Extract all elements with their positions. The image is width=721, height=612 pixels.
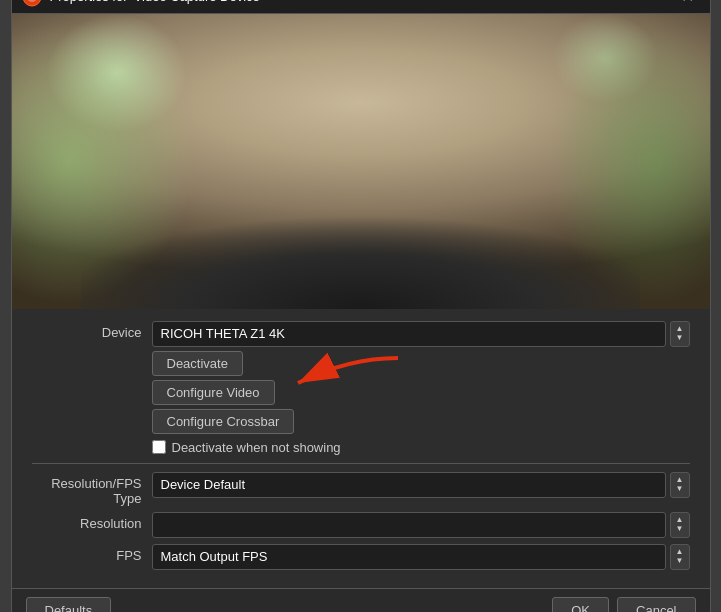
fps-spinner[interactable]: ▲ ▼ [670,544,690,570]
device-spinner[interactable]: ▲ ▼ [670,321,690,347]
spinner-up-3: ▲ [676,516,684,524]
resolution-fps-select[interactable]: Device Default [152,472,666,498]
spinner-up-4: ▲ [676,548,684,556]
ok-button[interactable]: OK [552,597,609,613]
spinner-down-4: ▼ [676,557,684,565]
resolution-label: Resolution [32,512,152,531]
preview-area [12,14,710,309]
resolution-fps-controls: Device Default ▲ ▼ [152,472,690,498]
deactivate-button[interactable]: Deactivate [152,351,243,376]
spinner-down-3: ▼ [676,525,684,533]
cancel-button[interactable]: Cancel [617,597,695,613]
deactivate-checkbox-row: Deactivate when not showing [152,440,690,455]
device-label: Device [32,321,152,340]
resolution-select[interactable] [152,512,666,538]
resolution-spinner[interactable]: ▲ ▼ [670,512,690,538]
bottom-bar: Defaults OK Cancel [12,588,710,613]
spinner-up: ▲ [676,325,684,333]
fps-controls: Match Output FPS ▲ ▼ [152,544,690,570]
device-row: Device RICOH THETA Z1 4K ▲ ▼ Deactivate … [32,321,690,455]
divider [32,463,690,464]
resolution-row: Resolution ▲ ▼ [32,512,690,538]
device-controls: RICOH THETA Z1 4K ▲ ▼ Deactivate Configu… [152,321,690,455]
resolution-fps-label: Resolution/FPS Type [32,472,152,506]
spinner-down: ▼ [676,334,684,342]
spinner-down-2: ▼ [676,485,684,493]
fps-label: FPS [32,544,152,563]
deactivate-checkbox[interactable] [152,440,166,454]
resolution-controls: ▲ ▼ [152,512,690,538]
device-select[interactable]: RICOH THETA Z1 4K [152,321,666,347]
fps-row: FPS Match Output FPS ▲ ▼ [32,544,690,570]
bottom-right-buttons: OK Cancel [552,597,695,613]
close-button[interactable]: ✕ [675,0,700,7]
properties-dialog: Properties for 'Video Capture Device' ✕ … [11,0,711,612]
video-preview [12,14,710,309]
fps-select[interactable]: Match Output FPS [152,544,666,570]
resolution-fps-row: Resolution/FPS Type Device Default ▲ ▼ [32,472,690,506]
obs-icon [22,0,42,7]
resolution-fps-spinner[interactable]: ▲ ▼ [670,472,690,498]
deactivate-checkbox-label: Deactivate when not showing [172,440,341,455]
configure-video-button[interactable]: Configure Video [152,380,275,405]
device-select-row: RICOH THETA Z1 4K ▲ ▼ [152,321,690,347]
defaults-button[interactable]: Defaults [26,597,112,613]
title-bar-left: Properties for 'Video Capture Device' [22,0,263,7]
content-area: Device RICOH THETA Z1 4K ▲ ▼ Deactivate … [12,309,710,588]
configure-crossbar-button[interactable]: Configure Crossbar [152,409,295,434]
dialog-title: Properties for 'Video Capture Device' [50,0,263,4]
spinner-up-2: ▲ [676,476,684,484]
title-bar: Properties for 'Video Capture Device' ✕ [12,0,710,14]
